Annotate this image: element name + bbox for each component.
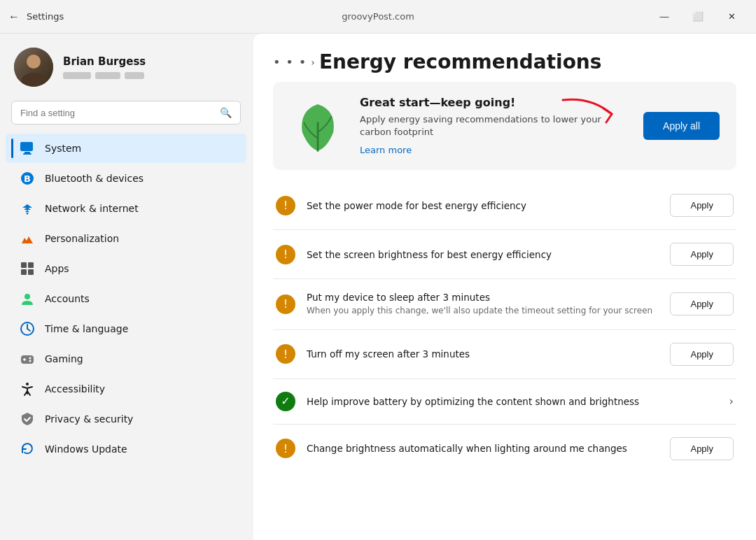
rec-item-sleep: ! Put my device to sleep after 3 minutes… (273, 279, 736, 329)
sidebar-item-gaming[interactable]: Gaming (6, 344, 246, 374)
nav-section: System B Bluetooth & devices (0, 133, 252, 540)
maximize-button[interactable]: ⬜ (682, 6, 714, 28)
rec-content-brightness: Set the screen brightness for best energ… (307, 249, 659, 260)
back-button[interactable]: ← (8, 10, 20, 23)
rec-item-brightness: ! Set the screen brightness for best ene… (273, 230, 736, 279)
content-area: • • • › Energy recommendations Great sta… (253, 34, 756, 540)
svg-rect-0 (20, 142, 33, 151)
window-controls: — ⬜ ✕ (648, 6, 748, 28)
sidebar-label-update: Windows Update (45, 443, 127, 455)
svg-rect-2 (23, 153, 31, 155)
accounts-icon (20, 291, 35, 306)
svg-rect-6 (21, 262, 27, 268)
search-input[interactable] (20, 108, 214, 118)
sidebar-item-bluetooth[interactable]: B Bluetooth & devices (6, 164, 246, 193)
rec-title-brightness: Set the screen brightness for best energ… (307, 249, 659, 260)
sidebar-label-accounts: Accounts (45, 293, 90, 304)
rec-item-screen-off: ! Turn off my screen after 3 minutes App… (273, 330, 736, 379)
svg-point-17 (26, 383, 29, 385)
apply-button-screen-off[interactable]: Apply (670, 343, 734, 366)
sidebar-item-personalization[interactable]: Personalization (6, 224, 246, 253)
svg-rect-8 (21, 269, 27, 275)
rec-content-screen-off: Turn off my screen after 3 minutes (307, 348, 659, 360)
svg-rect-7 (28, 262, 34, 268)
search-icon: 🔍 (220, 107, 232, 118)
apply-all-button[interactable]: Apply all (643, 112, 720, 140)
apply-button-brightness[interactable]: Apply (670, 243, 734, 266)
breadcrumb: • • • › Energy recommendations (273, 50, 736, 73)
system-icon (20, 141, 35, 156)
user-bars (63, 72, 146, 79)
sidebar-item-update[interactable]: Windows Update (6, 434, 246, 464)
sidebar-label-accessibility: Accessibility (45, 383, 105, 395)
sidebar-item-privacy[interactable]: Privacy & security (6, 404, 246, 434)
title-bar: ← Settings groovyPost.com — ⬜ ✕ (0, 0, 756, 34)
svg-point-10 (24, 294, 30, 299)
breadcrumb-dots: • • • (273, 55, 307, 69)
rec-title-screen-off: Turn off my screen after 3 minutes (307, 348, 659, 360)
recommendation-list: ! Set the power mode for best energy eff… (273, 181, 736, 472)
apps-icon (20, 261, 35, 276)
user-name: Brian Burgess (63, 55, 146, 68)
hero-section: Great start—keep going! Apply energy sav… (273, 82, 736, 170)
sidebar-item-accessibility[interactable]: Accessibility (6, 374, 246, 404)
sidebar-item-system[interactable]: System (6, 134, 246, 163)
accessibility-icon (20, 381, 35, 397)
leaf-icon (290, 98, 346, 154)
network-icon (20, 201, 35, 216)
rec-title-auto-brightness: Change brightness automatically when lig… (307, 443, 659, 454)
sidebar-item-time[interactable]: Time & language (6, 314, 246, 343)
rec-item-battery[interactable]: ✓ Help improve battery by optimizing the… (273, 379, 736, 425)
update-icon (20, 441, 35, 457)
sidebar-item-apps[interactable]: Apps (6, 254, 246, 283)
personalization-icon (20, 231, 35, 246)
bluetooth-icon: B (20, 171, 35, 186)
rec-subtitle-sleep: When you apply this change, we'll also u… (307, 305, 659, 316)
warning-icon-power-mode: ! (276, 196, 295, 215)
rec-item-auto-brightness: ! Change brightness automatically when l… (273, 425, 736, 473)
user-bar-1 (63, 72, 91, 79)
apply-button-auto-brightness[interactable]: Apply (670, 437, 734, 460)
learn-more-link[interactable]: Learn more (360, 145, 412, 155)
apply-button-sleep[interactable]: Apply (670, 292, 734, 315)
user-bar-2 (95, 72, 120, 79)
svg-rect-12 (21, 355, 34, 364)
success-icon-battery: ✓ (276, 392, 295, 411)
sidebar-label-system: System (45, 143, 81, 154)
user-info: Brian Burgess (63, 55, 146, 79)
rec-content-auto-brightness: Change brightness automatically when lig… (307, 443, 659, 454)
privacy-icon (20, 411, 35, 427)
back-icon: ← (8, 10, 20, 23)
svg-point-15 (29, 357, 31, 360)
svg-point-16 (29, 360, 31, 362)
svg-rect-9 (28, 269, 34, 275)
sidebar-label-time: Time & language (45, 323, 128, 334)
rec-item-power-mode: ! Set the power mode for best energy eff… (273, 181, 736, 230)
close-button[interactable]: ✕ (715, 6, 748, 28)
rec-content-battery: Help improve battery by optimizing the c… (307, 396, 718, 407)
minimize-button[interactable]: — (648, 6, 680, 28)
apply-button-power-mode[interactable]: Apply (670, 194, 734, 217)
rec-content-power-mode: Set the power mode for best energy effic… (307, 200, 659, 211)
sidebar-label-personalization: Personalization (45, 233, 119, 244)
warning-icon-auto-brightness: ! (276, 439, 295, 458)
center-text: groovyPost.com (342, 11, 414, 22)
rec-content-sleep: Put my device to sleep after 3 minutes W… (307, 292, 659, 316)
user-section: Brian Burgess (0, 34, 252, 98)
warning-icon-brightness: ! (276, 245, 295, 264)
sidebar: Brian Burgess 🔍 (0, 34, 252, 540)
svg-text:B: B (24, 173, 31, 184)
main-layout: Brian Burgess 🔍 (0, 34, 756, 540)
sidebar-item-accounts[interactable]: Accounts (6, 284, 246, 313)
sidebar-label-network: Network & internet (45, 203, 139, 214)
svg-rect-1 (24, 152, 30, 153)
search-box[interactable]: 🔍 (11, 101, 241, 125)
chevron-right-icon: › (729, 395, 734, 408)
gaming-icon (20, 351, 35, 367)
sidebar-label-bluetooth: Bluetooth & devices (45, 173, 144, 184)
sidebar-item-network[interactable]: Network & internet (6, 194, 246, 223)
rec-title-power-mode: Set the power mode for best energy effic… (307, 200, 659, 211)
time-icon (20, 321, 35, 336)
sidebar-label-gaming: Gaming (45, 353, 83, 364)
arrow-annotation (556, 93, 619, 132)
